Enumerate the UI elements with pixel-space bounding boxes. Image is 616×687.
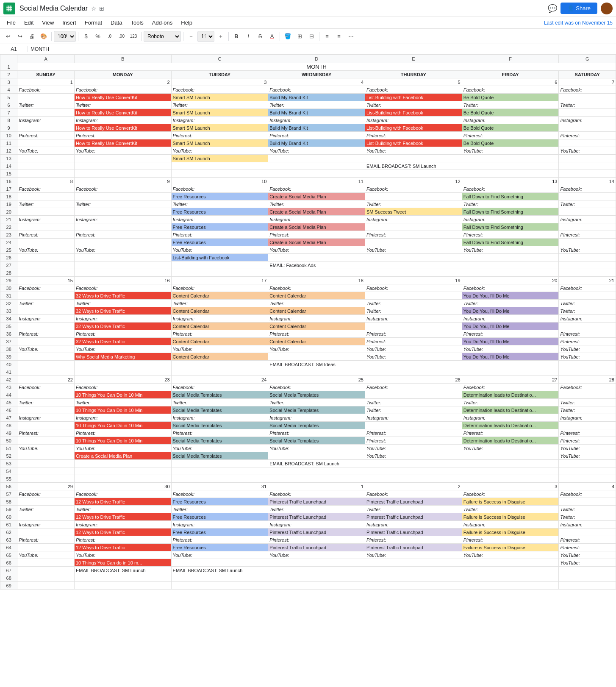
cell-b13[interactable] xyxy=(74,155,171,162)
cell-c62[interactable]: Free Resources xyxy=(171,528,268,536)
cell-g64[interactable]: Pinterest: xyxy=(559,544,616,551)
cell-b18[interactable] xyxy=(74,193,171,200)
cell-a47[interactable]: Instagram: xyxy=(17,414,75,422)
cell-g27[interactable] xyxy=(559,261,616,269)
cell-b43[interactable]: Facebook: xyxy=(74,384,171,391)
cell-d15[interactable] xyxy=(268,170,365,178)
cell-g19[interactable]: Twitter: xyxy=(559,200,616,208)
cell-d64[interactable]: Pinterest Traffic Launchpad xyxy=(268,544,365,551)
cell-c50[interactable]: Social Media Templates xyxy=(171,437,268,445)
cell-g57[interactable]: Facebook: xyxy=(559,490,616,498)
cell-a28[interactable] xyxy=(17,269,75,277)
spreadsheet-container[interactable]: A B C D E F G 1 MONTH 2 SUNDAY MONDAY TU… xyxy=(0,54,616,590)
cell-c32[interactable]: Twitter: xyxy=(171,300,268,307)
cell-f32[interactable]: Twitter: xyxy=(462,300,559,307)
menu-insert[interactable]: Insert xyxy=(59,18,80,27)
cell-f40[interactable] xyxy=(462,361,559,368)
cell-a7[interactable] xyxy=(17,109,75,117)
cell-f9[interactable]: Be Bold Quote xyxy=(462,124,559,132)
cell-c28[interactable] xyxy=(171,269,268,277)
cell-g62[interactable] xyxy=(559,528,616,536)
cell-b11[interactable]: How to Really Use ConvertKit xyxy=(74,139,171,147)
cell-d41[interactable] xyxy=(268,368,365,376)
cell-a59[interactable]: Twitter: xyxy=(17,506,75,513)
cell-f41[interactable] xyxy=(462,368,559,376)
cell-e30[interactable]: Facebook: xyxy=(365,284,462,292)
cell-c18[interactable]: Free Resources xyxy=(171,193,268,200)
cell-f10[interactable]: Pinterest: xyxy=(462,132,559,139)
cell-e41[interactable] xyxy=(365,368,462,376)
cell-e11[interactable]: List-Building with Facebook xyxy=(365,139,462,147)
cell-f27[interactable] xyxy=(462,261,559,269)
cell-d49[interactable]: Pinterest: xyxy=(268,429,365,437)
cell-d34[interactable]: Instagram: xyxy=(268,315,365,323)
cell-d31[interactable]: Content Calendar xyxy=(268,292,365,300)
cell-b47[interactable]: Instagram: xyxy=(74,414,171,422)
cell-a24[interactable] xyxy=(17,239,75,246)
cell-f64[interactable]: Failure is Success in Disguise xyxy=(462,544,559,551)
cell-b34[interactable]: Instagram: xyxy=(74,315,171,323)
cell-f36[interactable]: Pinterest: xyxy=(462,330,559,338)
cell-a10[interactable]: Pinterest: xyxy=(17,132,75,139)
cell-e63[interactable]: Pinterest: xyxy=(365,536,462,544)
cell-e48[interactable] xyxy=(365,422,462,429)
cell-a54[interactable] xyxy=(17,467,75,475)
cell-b12[interactable]: YouTube: xyxy=(74,147,171,155)
cell-g17[interactable]: Facebook: xyxy=(559,185,616,193)
cell-a18[interactable] xyxy=(17,193,75,200)
cell-e24[interactable] xyxy=(365,239,462,246)
cell-b15[interactable] xyxy=(74,170,171,178)
cell-b35[interactable]: 32 Ways to Drive Traffic xyxy=(74,323,171,330)
cell-c55[interactable] xyxy=(171,475,268,483)
cell-b41[interactable] xyxy=(74,368,171,376)
cell-g9[interactable] xyxy=(559,124,616,132)
cell-e40[interactable] xyxy=(365,361,462,368)
cell-a27[interactable] xyxy=(17,261,75,269)
cell-f54[interactable] xyxy=(462,467,559,475)
cell-c21[interactable]: Instagram: xyxy=(171,216,268,223)
cell-g68[interactable] xyxy=(559,574,616,582)
cell-d50[interactable]: Social Media Templates xyxy=(268,437,365,445)
cell-c69[interactable] xyxy=(171,582,268,590)
cell-d6[interactable]: Twitter: xyxy=(268,101,365,109)
cell-g54[interactable] xyxy=(559,467,616,475)
cell-f8[interactable]: Instagram: xyxy=(462,117,559,124)
cell-f48[interactable]: Determination leads to Destinatio... xyxy=(462,422,559,429)
cell-c26[interactable]: List-Building with Facebook xyxy=(171,254,268,261)
font-increase-button[interactable]: + xyxy=(215,31,226,42)
cell-c57[interactable]: Facebook: xyxy=(171,490,268,498)
cell-a9[interactable] xyxy=(17,124,75,132)
cell-d17[interactable]: Facebook: xyxy=(268,185,365,193)
cell-a26[interactable] xyxy=(17,254,75,261)
cell-a30[interactable]: Facebook: xyxy=(17,284,75,292)
cell-c15[interactable] xyxy=(171,170,268,178)
cell-a17[interactable]: Facebook: xyxy=(17,185,75,193)
cell-g24[interactable] xyxy=(559,239,616,246)
cell-d21[interactable]: Instagram: xyxy=(268,216,365,223)
cell-f45[interactable]: Twitter: xyxy=(462,399,559,406)
cell-b17[interactable]: Facebook: xyxy=(74,185,171,193)
cell-f57[interactable]: Facebook: xyxy=(462,490,559,498)
cell-f12[interactable]: YouTube: xyxy=(462,147,559,155)
cell-e28[interactable] xyxy=(365,269,462,277)
cell-c6[interactable]: Twitter: xyxy=(171,101,268,109)
cell-d52[interactable] xyxy=(268,452,365,460)
cell-e62[interactable]: Pinterest Traffic Launchpad xyxy=(365,528,462,536)
menu-tools[interactable]: Tools xyxy=(127,18,147,27)
cell-e33[interactable]: Twitter: xyxy=(365,307,462,315)
cell-c19[interactable]: Twitter: xyxy=(171,200,268,208)
cell-d35[interactable]: Content Calendar xyxy=(268,323,365,330)
cell-d10[interactable]: Pinterest: xyxy=(268,132,365,139)
cell-c38[interactable]: YouTube: xyxy=(171,345,268,353)
cell-g38[interactable]: YouTube: xyxy=(559,345,616,353)
cell-f51[interactable]: YouTube: xyxy=(462,445,559,452)
cell-g13[interactable] xyxy=(559,155,616,162)
cell-f33[interactable]: You Do You, I'll Do Me xyxy=(462,307,559,315)
cell-g21[interactable]: Instagram: xyxy=(559,216,616,223)
cell-d53[interactable]: EMAIL BROADCAST: SM Launch xyxy=(268,460,365,467)
cell-g60[interactable]: Twitter: xyxy=(559,513,616,521)
cell-a68[interactable] xyxy=(17,574,75,582)
share-button[interactable]: 👤 Share xyxy=(561,3,597,14)
cell-c67[interactable]: EMAIL BROADCAST: SM Launch xyxy=(171,567,268,574)
cell-d54[interactable] xyxy=(268,467,365,475)
